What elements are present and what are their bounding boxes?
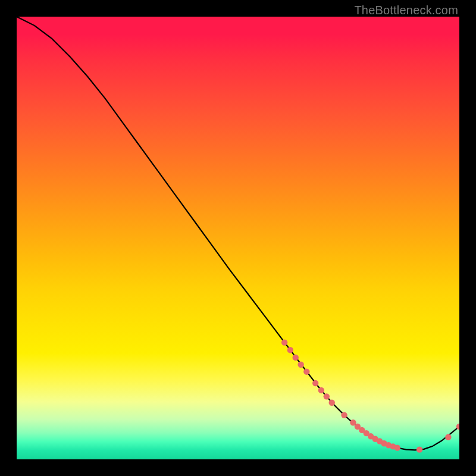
data-marker [287, 347, 293, 353]
data-marker [281, 339, 287, 345]
data-marker [324, 393, 330, 399]
data-marker [341, 412, 347, 418]
bottleneck-curve [17, 17, 459, 450]
data-marker [318, 387, 324, 393]
data-marker [312, 380, 318, 386]
data-marker [329, 400, 335, 406]
watermark-text: TheBottleneck.com [354, 4, 458, 17]
chart-svg [17, 17, 459, 459]
data-markers [281, 339, 459, 452]
data-marker [416, 446, 422, 452]
chart-container: TheBottleneck.com [0, 0, 476, 476]
data-marker [445, 434, 451, 440]
data-marker [293, 355, 299, 361]
plot-area [17, 17, 459, 459]
data-marker [394, 444, 400, 450]
data-marker [303, 368, 309, 374]
data-marker [298, 362, 303, 368]
